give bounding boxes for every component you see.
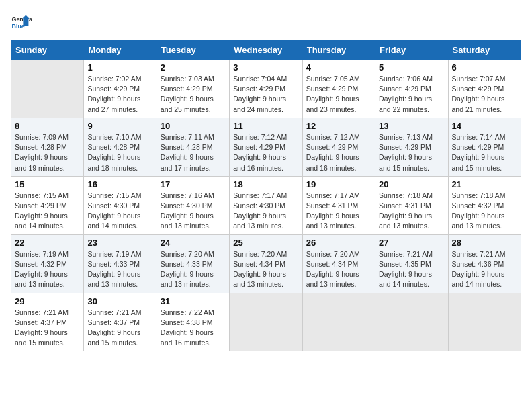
day-number: 19 [306,179,371,189]
calendar-week-row: 29 Sunrise: 7:21 AMSunset: 4:37 PMDaylig… [11,293,521,351]
day-number: 8 [15,121,80,131]
day-info: Sunrise: 7:14 AMSunset: 4:29 PMDaylight:… [452,132,517,173]
day-info: Sunrise: 7:05 AMSunset: 4:29 PMDaylight:… [306,74,371,115]
empty-day-cell [230,293,302,351]
day-number: 23 [87,238,152,248]
day-cell: 29 Sunrise: 7:21 AMSunset: 4:37 PMDaylig… [11,293,84,351]
day-info: Sunrise: 7:07 AMSunset: 4:29 PMDaylight:… [452,74,517,115]
svg-text:General: General [12,16,32,23]
day-cell: 18 Sunrise: 7:17 AMSunset: 4:30 PMDaylig… [230,176,302,234]
day-header: Friday [375,41,448,60]
empty-day-cell [11,60,84,118]
day-number: 16 [87,179,152,189]
day-info: Sunrise: 7:12 AMSunset: 4:29 PMDaylight:… [233,132,298,173]
day-number: 14 [452,121,517,131]
day-cell: 3 Sunrise: 7:04 AMSunset: 4:29 PMDayligh… [230,60,302,118]
logo: General Blue [11,11,35,32]
day-cell: 4 Sunrise: 7:05 AMSunset: 4:29 PMDayligh… [302,60,375,118]
day-cell: 25 Sunrise: 7:20 AMSunset: 4:34 PMDaylig… [230,234,302,293]
calendar-week-row: 1 Sunrise: 7:02 AMSunset: 4:29 PMDayligh… [11,60,521,118]
calendar-table: SundayMondayTuesdayWednesdayThursdayFrid… [11,40,521,351]
day-cell: 11 Sunrise: 7:12 AMSunset: 4:29 PMDaylig… [230,118,302,176]
day-cell: 12 Sunrise: 7:12 AMSunset: 4:29 PMDaylig… [302,118,375,176]
day-cell: 17 Sunrise: 7:16 AMSunset: 4:30 PMDaylig… [157,176,229,234]
day-number: 5 [379,62,444,73]
day-cell: 22 Sunrise: 7:19 AMSunset: 4:32 PMDaylig… [11,234,84,293]
day-info: Sunrise: 7:19 AMSunset: 4:32 PMDaylight:… [15,249,80,290]
day-info: Sunrise: 7:10 AMSunset: 4:28 PMDaylight:… [87,132,152,173]
day-info: Sunrise: 7:21 AMSunset: 4:35 PMDaylight:… [379,249,444,290]
day-cell: 13 Sunrise: 7:13 AMSunset: 4:29 PMDaylig… [375,118,448,176]
day-number: 1 [87,62,152,73]
calendar-week-row: 15 Sunrise: 7:15 AMSunset: 4:29 PMDaylig… [11,176,521,234]
day-number: 2 [161,62,226,73]
calendar-week-row: 8 Sunrise: 7:09 AMSunset: 4:28 PMDayligh… [11,118,521,176]
day-info: Sunrise: 7:06 AMSunset: 4:29 PMDaylight:… [379,74,444,115]
day-number: 11 [233,121,298,131]
empty-day-cell [302,293,375,351]
day-cell: 28 Sunrise: 7:21 AMSunset: 4:36 PMDaylig… [448,234,521,293]
day-cell: 8 Sunrise: 7:09 AMSunset: 4:28 PMDayligh… [11,118,84,176]
day-info: Sunrise: 7:12 AMSunset: 4:29 PMDaylight:… [306,132,371,173]
day-cell: 5 Sunrise: 7:06 AMSunset: 4:29 PMDayligh… [375,60,448,118]
day-cell: 10 Sunrise: 7:11 AMSunset: 4:28 PMDaylig… [157,118,229,176]
day-header: Monday [84,41,157,60]
day-info: Sunrise: 7:11 AMSunset: 4:28 PMDaylight:… [161,132,226,173]
day-number: 26 [306,238,371,248]
day-cell: 14 Sunrise: 7:14 AMSunset: 4:29 PMDaylig… [448,118,521,176]
day-cell: 31 Sunrise: 7:22 AMSunset: 4:38 PMDaylig… [157,293,229,351]
svg-text:Blue: Blue [12,23,25,30]
day-info: Sunrise: 7:17 AMSunset: 4:31 PMDaylight:… [306,191,371,232]
day-number: 4 [306,62,371,73]
day-cell: 27 Sunrise: 7:21 AMSunset: 4:35 PMDaylig… [375,234,448,293]
day-cell: 23 Sunrise: 7:19 AMSunset: 4:33 PMDaylig… [84,234,157,293]
day-cell: 24 Sunrise: 7:20 AMSunset: 4:33 PMDaylig… [157,234,229,293]
day-number: 17 [161,179,226,189]
calendar-week-row: 22 Sunrise: 7:19 AMSunset: 4:32 PMDaylig… [11,234,521,293]
empty-day-cell [448,293,521,351]
day-number: 31 [161,296,226,306]
day-cell: 26 Sunrise: 7:20 AMSunset: 4:34 PMDaylig… [302,234,375,293]
day-info: Sunrise: 7:03 AMSunset: 4:29 PMDaylight:… [161,74,226,115]
empty-day-cell [375,293,448,351]
logo-icon: General Blue [11,11,32,32]
day-cell: 2 Sunrise: 7:03 AMSunset: 4:29 PMDayligh… [157,60,229,118]
day-cell: 1 Sunrise: 7:02 AMSunset: 4:29 PMDayligh… [84,60,157,118]
day-cell: 19 Sunrise: 7:17 AMSunset: 4:31 PMDaylig… [302,176,375,234]
day-info: Sunrise: 7:16 AMSunset: 4:30 PMDaylight:… [161,191,226,232]
day-number: 3 [233,62,298,73]
day-info: Sunrise: 7:17 AMSunset: 4:30 PMDaylight:… [233,191,298,232]
day-header: Wednesday [230,41,302,60]
day-info: Sunrise: 7:13 AMSunset: 4:29 PMDaylight:… [379,132,444,173]
day-number: 27 [379,238,444,248]
day-number: 25 [233,238,298,248]
day-info: Sunrise: 7:18 AMSunset: 4:32 PMDaylight:… [452,191,517,232]
day-number: 9 [87,121,152,131]
day-cell: 21 Sunrise: 7:18 AMSunset: 4:32 PMDaylig… [448,176,521,234]
day-cell: 20 Sunrise: 7:18 AMSunset: 4:31 PMDaylig… [375,176,448,234]
day-cell: 16 Sunrise: 7:15 AMSunset: 4:30 PMDaylig… [84,176,157,234]
day-header: Sunday [11,41,84,60]
day-info: Sunrise: 7:02 AMSunset: 4:29 PMDaylight:… [87,74,152,115]
day-number: 13 [379,121,444,131]
day-number: 22 [15,238,80,248]
day-info: Sunrise: 7:09 AMSunset: 4:28 PMDaylight:… [15,132,80,173]
day-info: Sunrise: 7:15 AMSunset: 4:29 PMDaylight:… [15,191,80,232]
day-cell: 6 Sunrise: 7:07 AMSunset: 4:29 PMDayligh… [448,60,521,118]
day-header: Saturday [448,41,521,60]
day-header: Tuesday [157,41,229,60]
calendar-header-row: SundayMondayTuesdayWednesdayThursdayFrid… [11,41,521,60]
day-info: Sunrise: 7:20 AMSunset: 4:33 PMDaylight:… [161,249,226,290]
day-info: Sunrise: 7:19 AMSunset: 4:33 PMDaylight:… [87,249,152,290]
day-number: 30 [87,296,152,306]
header: General Blue [11,11,521,32]
day-info: Sunrise: 7:15 AMSunset: 4:30 PMDaylight:… [87,191,152,232]
day-cell: 30 Sunrise: 7:21 AMSunset: 4:37 PMDaylig… [84,293,157,351]
day-number: 24 [161,238,226,248]
day-info: Sunrise: 7:22 AMSunset: 4:38 PMDaylight:… [161,308,226,349]
day-number: 12 [306,121,371,131]
day-number: 15 [15,179,80,189]
day-info: Sunrise: 7:04 AMSunset: 4:29 PMDaylight:… [233,74,298,115]
day-info: Sunrise: 7:21 AMSunset: 4:37 PMDaylight:… [87,308,152,349]
day-number: 21 [452,179,517,189]
